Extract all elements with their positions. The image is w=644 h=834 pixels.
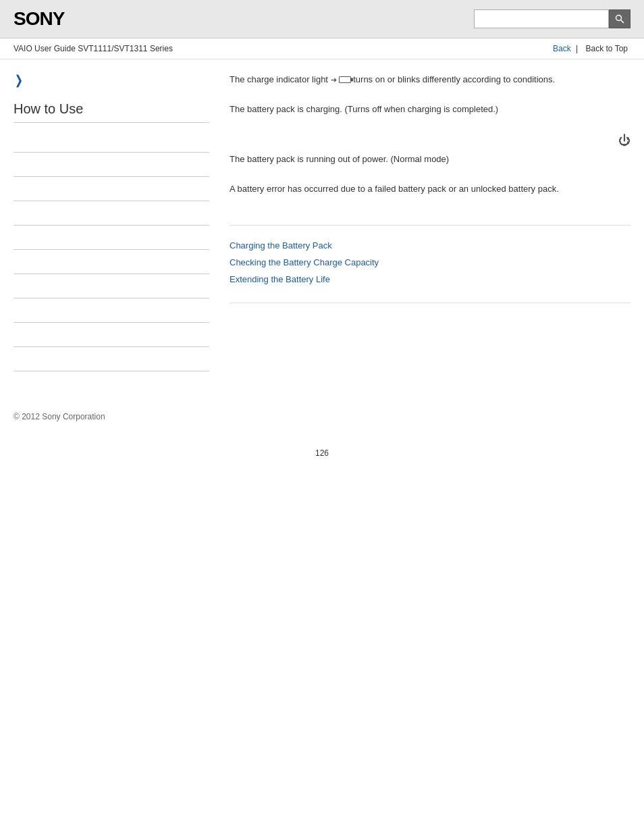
- charge-indicator-icon: ➜: [331, 74, 351, 86]
- search-icon: [615, 14, 624, 24]
- search-input[interactable]: [474, 9, 609, 28]
- sidebar-item-6[interactable]: [14, 250, 209, 274]
- copyright: © 2012 Sony Corporation: [14, 412, 105, 421]
- header: SONY: [0, 0, 644, 38]
- sidebar-item-10[interactable]: [14, 347, 209, 371]
- svg-point-0: [616, 16, 622, 21]
- power-text: ⏻ The battery pack is running out of pow…: [230, 132, 630, 166]
- battery-info-section: The charge indicator light ➜ turns on or…: [230, 73, 630, 226]
- svg-line-1: [621, 20, 624, 24]
- sidebar-arrow: ❭: [14, 73, 209, 88]
- nav-bar: VAIO User Guide SVT1111/SVT1311 Series B…: [0, 38, 644, 59]
- footer: © 2012 Sony Corporation: [0, 398, 644, 435]
- sidebar-item-1[interactable]: [14, 128, 209, 153]
- error-text: A battery error has occurred due to a fa…: [230, 182, 630, 196]
- checking-battery-charge-link[interactable]: Checking the Battery Charge Capacity: [230, 256, 630, 270]
- guide-title: VAIO User Guide SVT1111/SVT1311 Series: [14, 44, 173, 53]
- links-section: Charging the Battery Pack Checking the B…: [230, 239, 630, 303]
- back-to-top-link[interactable]: Back to Top: [583, 44, 630, 53]
- nav-separator: |: [576, 44, 580, 53]
- sidebar: ❭ How to Use: [14, 73, 209, 371]
- back-link[interactable]: Back: [553, 44, 571, 53]
- power-row: ⏻ The battery pack is running out of pow…: [230, 132, 630, 166]
- sidebar-item-3[interactable]: [14, 177, 209, 201]
- sidebar-item-9[interactable]: [14, 323, 209, 347]
- charging-battery-pack-link[interactable]: Charging the Battery Pack: [230, 239, 630, 253]
- content-area: The charge indicator light ➜ turns on or…: [223, 73, 630, 371]
- sidebar-item-2[interactable]: [14, 153, 209, 177]
- charge-indicator-row: The charge indicator light ➜ turns on or…: [230, 73, 630, 86]
- search-area: [474, 9, 630, 28]
- charging-text: The battery pack is charging. (Turns off…: [230, 103, 630, 116]
- charge-indicator-text: The charge indicator light ➜ turns on or…: [230, 73, 630, 86]
- sidebar-item-4[interactable]: [14, 201, 209, 226]
- error-row: A battery error has occurred due to a fa…: [230, 182, 630, 196]
- search-button[interactable]: [609, 9, 630, 28]
- extending-battery-life-link[interactable]: Extending the Battery Life: [230, 273, 630, 287]
- sidebar-item-8[interactable]: [14, 298, 209, 323]
- charging-row: The battery pack is charging. (Turns off…: [230, 103, 630, 116]
- nav-links: Back | Back to Top: [553, 44, 630, 53]
- main-container: ❭ How to Use The charge indicator light …: [0, 59, 644, 385]
- sidebar-item-5[interactable]: [14, 226, 209, 250]
- power-icon: ⏻: [618, 134, 630, 147]
- page-number: 126: [0, 435, 644, 471]
- sony-logo: SONY: [14, 8, 64, 30]
- sidebar-section-title: How to Use: [14, 101, 209, 123]
- sidebar-item-7[interactable]: [14, 274, 209, 298]
